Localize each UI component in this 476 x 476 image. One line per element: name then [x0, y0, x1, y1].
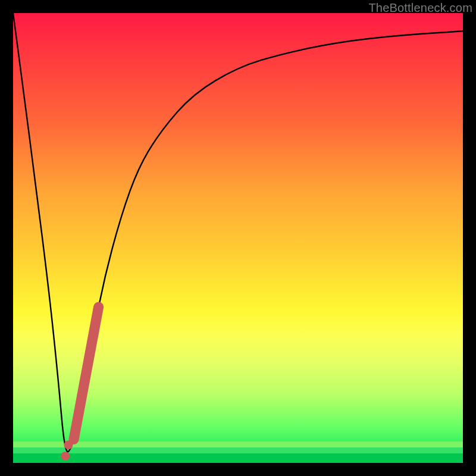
- plot-area: [13, 13, 463, 463]
- chart-frame: TheBottleneck.com: [0, 0, 476, 476]
- chart-svg: [13, 13, 463, 463]
- highlight-dot: [61, 452, 70, 461]
- highlight-dot: [64, 440, 73, 449]
- highlight-segment: [74, 307, 99, 439]
